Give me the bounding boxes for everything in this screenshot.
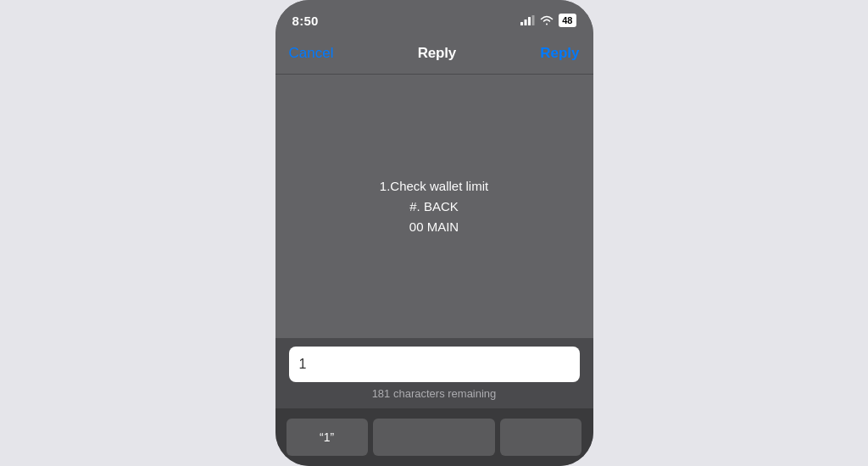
- keyboard-area: “1”: [275, 408, 593, 466]
- message-line-2: #. BACK: [380, 197, 488, 217]
- key-middle[interactable]: [373, 419, 495, 456]
- svg-rect-0: [520, 22, 523, 25]
- reply-input[interactable]: [289, 347, 580, 382]
- message-line-3: 00 MAIN: [380, 217, 488, 237]
- status-icons: 48: [520, 14, 576, 27]
- svg-rect-2: [528, 17, 531, 25]
- status-time: 8:50: [292, 14, 319, 28]
- input-section: 181 characters remaining: [275, 338, 593, 408]
- nav-title: Reply: [418, 45, 456, 62]
- message-text: 1.Check wallet limit #. BACK 00 MAIN: [380, 176, 488, 237]
- signal-icon: [520, 15, 535, 25]
- nav-bar: Cancel Reply Reply: [275, 37, 593, 75]
- message-line-1: 1.Check wallet limit: [380, 176, 488, 197]
- reply-button[interactable]: Reply: [540, 45, 579, 62]
- svg-rect-3: [532, 15, 535, 25]
- key-right[interactable]: [500, 419, 581, 456]
- cancel-button[interactable]: Cancel: [289, 45, 334, 62]
- key-quote-1[interactable]: “1”: [287, 419, 368, 456]
- wifi-icon: [540, 15, 554, 25]
- phone-frame: 8:50 48 Cancel Reply Reply: [275, 0, 593, 466]
- content-area: 1.Check wallet limit #. BACK 00 MAIN: [275, 75, 593, 338]
- status-bar: 8:50 48: [275, 0, 593, 37]
- chars-remaining: 181 characters remaining: [289, 382, 580, 403]
- battery-icon: 48: [559, 14, 576, 27]
- svg-rect-1: [525, 19, 527, 25]
